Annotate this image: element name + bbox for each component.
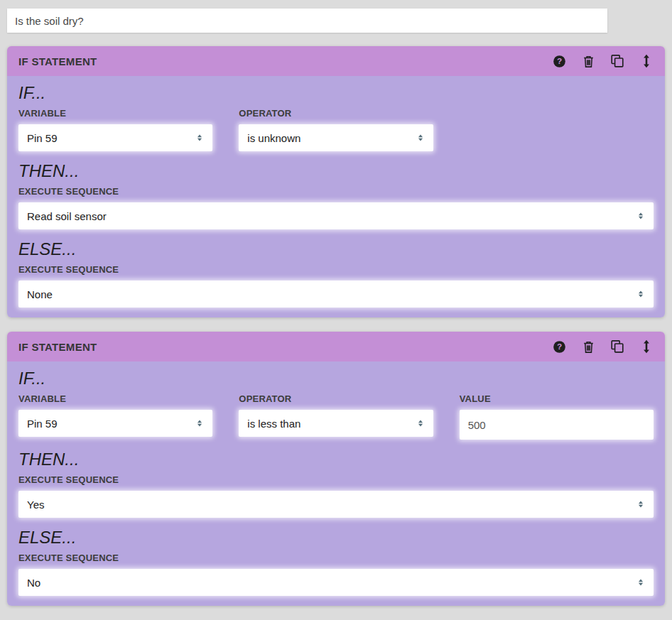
operator-label: OPERATOR [239,393,433,404]
value-input[interactable] [460,410,654,440]
variable-select[interactable]: Pin 59 [18,124,212,151]
then-sequence-label: EXECUTE SEQUENCE [18,186,654,197]
unfold-arrows-icon [635,210,646,222]
unfold-arrows-icon [194,418,205,429]
variable-label: VARIABLE [18,393,212,404]
variable-select-value: Pin 59 [27,418,194,430]
block-header: IF STATEMENT [7,46,665,76]
block-body: IF... VARIABLE Pin 59 OPERATOR is unknow… [7,76,665,317]
move-vertical-icon [639,339,654,354]
variable-field: VARIABLE Pin 59 [18,388,212,437]
else-sequence-select[interactable]: None [18,281,654,308]
operator-select[interactable]: is unknown [239,124,433,151]
operator-select-value: is less than [247,418,414,430]
else-sequence-value: None [27,288,635,300]
block-title: IF STATEMENT [18,55,538,67]
help-button[interactable] [551,53,568,70]
else-sequence-label: EXECUTE SEQUENCE [18,553,654,563]
value-field: VALUE [460,388,654,440]
if-heading: IF... [18,83,654,103]
block-title: IF STATEMENT [18,341,538,353]
else-heading: ELSE... [18,528,654,548]
help-icon [552,339,567,354]
then-sequence-select[interactable]: Read soil sensor [18,202,654,229]
variable-label: VARIABLE [18,108,212,119]
operator-label: OPERATOR [239,108,433,119]
variable-select-value: Pin 59 [27,132,194,144]
operator-select-value: is unknown [247,132,414,144]
move-button[interactable] [638,53,655,70]
if-statement-block-1: IF STATEMENT IF... VARIABLE Pin 59 OPERA… [7,46,665,317]
then-sequence-select[interactable]: Yes [18,491,654,518]
then-sequence-label: EXECUTE SEQUENCE [18,474,654,485]
duplicate-icon [609,53,625,69]
if-statement-block-2: IF STATEMENT IF... VARIABLE Pin 59 OPERA… [7,332,665,606]
duplicate-icon [609,339,625,354]
operator-field: OPERATOR is less than [239,388,433,437]
unfold-arrows-icon [635,577,646,588]
operator-select[interactable]: is less than [239,410,433,437]
variable-field: VARIABLE Pin 59 [18,103,212,151]
then-sequence-value: Read soil sensor [27,210,635,222]
then-heading: THEN... [18,450,654,469]
duplicate-button[interactable] [609,53,626,70]
block-body: IF... VARIABLE Pin 59 OPERATOR is less t… [7,361,665,606]
else-sequence-select[interactable]: No [18,569,654,596]
delete-button[interactable] [580,53,597,70]
unfold-arrows-icon [415,132,426,143]
else-sequence-value: No [27,577,635,589]
block-header: IF STATEMENT [7,332,665,361]
delete-button[interactable] [580,338,597,355]
delete-icon [581,54,596,69]
move-button[interactable] [638,338,655,355]
unfold-arrows-icon [415,418,426,429]
question-input[interactable] [7,9,607,33]
help-button[interactable] [551,338,568,355]
then-heading: THEN... [18,161,654,181]
unfold-arrows-icon [635,499,646,510]
value-label: VALUE [460,393,654,404]
else-sequence-label: EXECUTE SEQUENCE [18,264,654,275]
move-vertical-icon [639,53,654,69]
variable-select[interactable]: Pin 59 [18,410,212,437]
then-sequence-value: Yes [27,499,635,511]
operator-field: OPERATOR is unknown [239,103,433,151]
unfold-arrows-icon [194,132,205,143]
unfold-arrows-icon [635,288,646,300]
else-heading: ELSE... [18,239,654,259]
delete-icon [581,339,596,354]
help-icon [552,54,567,69]
if-heading: IF... [18,369,654,388]
duplicate-button[interactable] [609,338,626,355]
